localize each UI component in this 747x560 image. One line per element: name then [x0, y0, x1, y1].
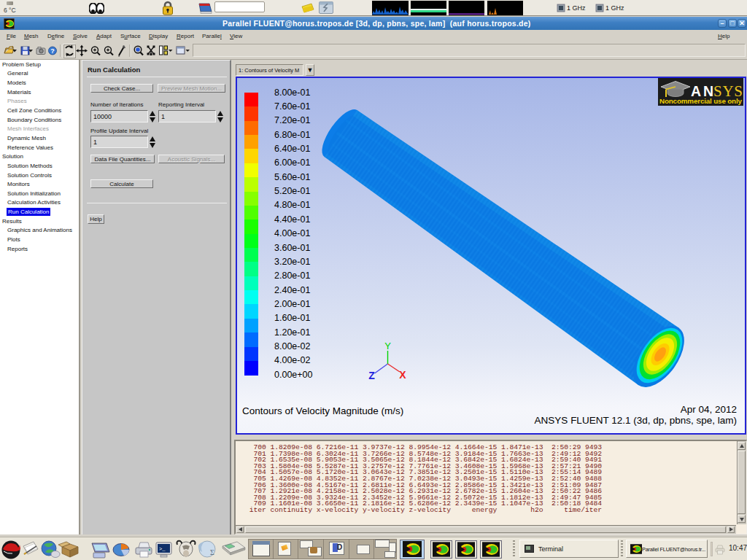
svg-text:X: X [399, 369, 406, 381]
svg-text:Z: Z [368, 370, 375, 381]
svg-text:Noncommercial use only: Noncommercial use only [659, 97, 743, 105]
svg-text:>_: >_ [159, 546, 166, 552]
svg-text:Y: Y [384, 341, 391, 351]
svg-text:?: ? [50, 47, 55, 55]
svg-text:Σ: Σ [210, 548, 214, 556]
